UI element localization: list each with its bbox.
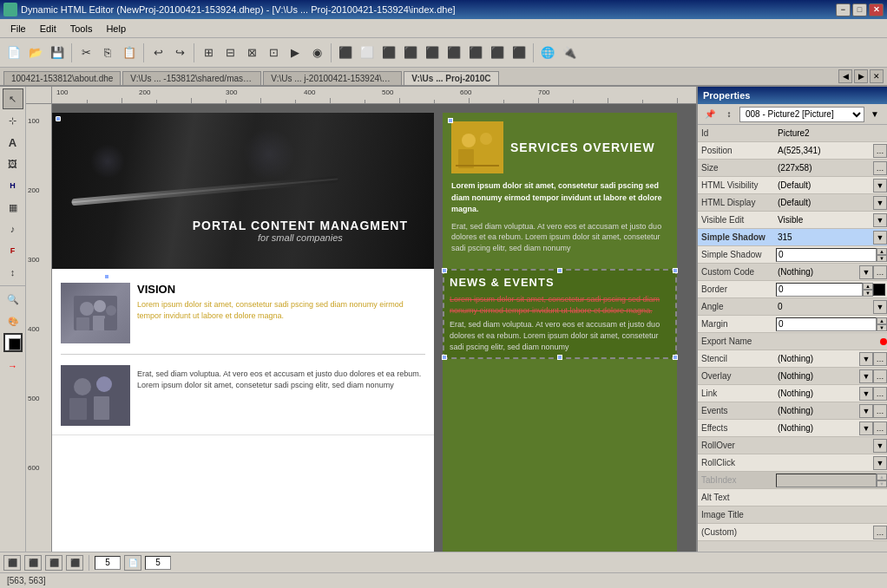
layer4-button[interactable]: ⬛	[509, 42, 529, 63]
bottom-input-2[interactable]	[145, 556, 171, 570]
align-right-button[interactable]: ⬛	[378, 42, 399, 63]
tab-close-btn[interactable]: ✕	[870, 69, 884, 83]
new-button[interactable]: 📄	[3, 42, 24, 63]
copy-button[interactable]: ⎘	[97, 42, 118, 63]
props-shadow1-btn[interactable]: ▼	[873, 231, 887, 245]
props-input-border[interactable]	[776, 283, 863, 297]
preview-button[interactable]: ▶	[285, 42, 306, 63]
props-value-angle: 0	[776, 302, 873, 311]
scroll-tool-btn[interactable]: ↕	[3, 262, 23, 283]
grid-button[interactable]: ⊞	[198, 42, 219, 63]
layer2-button[interactable]: ⬛	[465, 42, 486, 63]
props-htmlvis-btn[interactable]: ▼	[873, 179, 887, 193]
vision-highlight: Lorem ipsum dolor sit amet, consetetur s…	[137, 299, 425, 321]
zoom-tool-btn[interactable]: 🔍	[3, 289, 23, 310]
props-effects-drop[interactable]: ▼	[859, 421, 873, 435]
bottom-btn-2[interactable]: ⬛	[24, 555, 42, 571]
props-spin-down-border[interactable]: ▼	[863, 290, 873, 297]
props-overlay-btn[interactable]: …	[873, 369, 887, 383]
close-button[interactable]: ✕	[869, 3, 884, 16]
menu-file[interactable]: File	[3, 22, 33, 36]
arrow-tool-btn[interactable]: →	[3, 356, 23, 376]
flash-tool-btn[interactable]: F	[3, 240, 23, 261]
props-custom-btn[interactable]: …	[873, 526, 887, 539]
subselect-tool-btn[interactable]: ⊹	[3, 110, 23, 131]
color-tool-btn[interactable]: 🎨	[3, 310, 23, 331]
props-customcode-drop[interactable]: ▼	[859, 265, 873, 279]
button-tool-btn[interactable]: ▦	[3, 197, 23, 218]
grid2-button[interactable]: ⊟	[220, 42, 240, 63]
props-stencil-drop[interactable]: ▼	[859, 352, 873, 366]
props-rollclick-btn[interactable]: ▼	[873, 456, 887, 470]
align-left-button[interactable]: ⬛	[335, 42, 356, 63]
layer3-button[interactable]: ⬛	[487, 42, 508, 63]
props-visibleedit-btn[interactable]: ▼	[873, 213, 887, 227]
redo-button[interactable]: ↪	[169, 42, 190, 63]
open-button[interactable]: 📂	[25, 42, 46, 63]
align-center-button[interactable]: ⬜	[357, 42, 378, 63]
image-tool-btn[interactable]: 🖼	[3, 154, 23, 174]
props-overlay-drop[interactable]: ▼	[859, 369, 873, 383]
props-effects-btn[interactable]: …	[873, 421, 887, 435]
props-rollover-btn[interactable]: ▼	[873, 439, 887, 453]
props-color-border[interactable]	[873, 284, 885, 296]
menu-edit[interactable]: Edit	[33, 22, 63, 36]
props-link-btn[interactable]: …	[873, 387, 887, 401]
bottom-btn-3[interactable]: ⬛	[45, 555, 62, 571]
bottom-page-btn[interactable]: 📄	[124, 555, 141, 571]
layer-button[interactable]: ⬛	[444, 42, 464, 63]
bottom-btn-1[interactable]: ⬛	[3, 555, 21, 571]
props-sort-btn[interactable]: ↕	[720, 107, 738, 122]
props-spin-down-margin[interactable]: ▼	[877, 324, 887, 331]
align-top-button[interactable]: ⬛	[400, 42, 421, 63]
props-object-dropdown[interactable]: 008 - Picture2 [Picture]	[739, 107, 864, 122]
props-htmldisp-btn[interactable]: ▼	[873, 196, 887, 210]
preview2-button[interactable]: ◉	[306, 42, 327, 63]
tab-about[interactable]: 100421-153812\about.dhe	[3, 71, 121, 85]
web2-button[interactable]: 🔌	[559, 42, 580, 63]
snap-button[interactable]: ⊠	[241, 42, 262, 63]
props-angle-btn[interactable]: ▼	[873, 300, 887, 314]
text-tool-btn[interactable]: A	[3, 132, 23, 153]
paste-button[interactable]: 📋	[119, 42, 140, 63]
props-more-btn[interactable]: ▼	[866, 107, 884, 122]
bottom-input-1[interactable]	[95, 556, 121, 570]
tab-nav-next[interactable]: ▶	[854, 69, 868, 83]
tab-master[interactable]: V:\Us ... -153812\shared/master-page.dhe…	[122, 71, 261, 85]
minimize-button[interactable]: −	[836, 3, 851, 16]
props-spin-down-shadow2[interactable]: ▼	[877, 255, 887, 262]
bottom-btn-4[interactable]: ⬛	[66, 555, 83, 571]
props-pin-btn[interactable]: 📌	[701, 107, 719, 122]
web-button[interactable]: 🌐	[537, 42, 558, 63]
canvas-area[interactable]: 100 200 300 400 500 600 700	[26, 87, 696, 552]
color-selector[interactable]	[3, 333, 23, 352]
tab-index[interactable]: V:\Us ... Proj-2010C	[404, 71, 498, 85]
tab-nav-prev[interactable]: ◀	[838, 69, 852, 83]
save-button[interactable]: 💾	[47, 42, 68, 63]
cut-button[interactable]: ✂	[76, 42, 96, 63]
canvas-content[interactable]: PORTAL CONTENT MANAGMENT for small compa…	[52, 104, 696, 552]
align-bottom-button[interactable]: ⬛	[422, 42, 443, 63]
hero-title: PORTAL CONTENT MANAGMENT	[193, 219, 408, 232]
props-input-shadow2[interactable]	[776, 248, 877, 262]
props-spin-up-shadow2[interactable]: ▲	[877, 248, 887, 255]
tab-services[interactable]: V:\Us ... j-20100421-153924\services.dhe	[263, 71, 402, 85]
props-customcode-btn[interactable]: …	[873, 265, 887, 279]
props-spin-up-border[interactable]: ▲	[863, 283, 873, 290]
props-input-margin[interactable]	[776, 317, 877, 331]
html-tool-btn[interactable]: H	[3, 175, 23, 196]
props-spin-up-margin[interactable]: ▲	[877, 317, 887, 324]
menu-help[interactable]: Help	[99, 22, 133, 36]
menu-tools[interactable]: Tools	[63, 22, 100, 36]
props-link-drop[interactable]: ▼	[859, 387, 873, 401]
pointer-tool-btn[interactable]: ↖	[3, 88, 23, 109]
undo-button[interactable]: ↩	[148, 42, 168, 63]
props-stencil-btn[interactable]: …	[873, 352, 887, 366]
props-position-btn[interactable]: …	[873, 144, 887, 158]
snap2-button[interactable]: ⊡	[263, 42, 284, 63]
music-tool-btn[interactable]: ♪	[3, 219, 23, 239]
props-events-btn[interactable]: …	[873, 404, 887, 418]
props-events-drop[interactable]: ▼	[859, 404, 873, 418]
maximize-button[interactable]: □	[852, 3, 867, 16]
props-size-btn[interactable]: …	[873, 161, 887, 175]
